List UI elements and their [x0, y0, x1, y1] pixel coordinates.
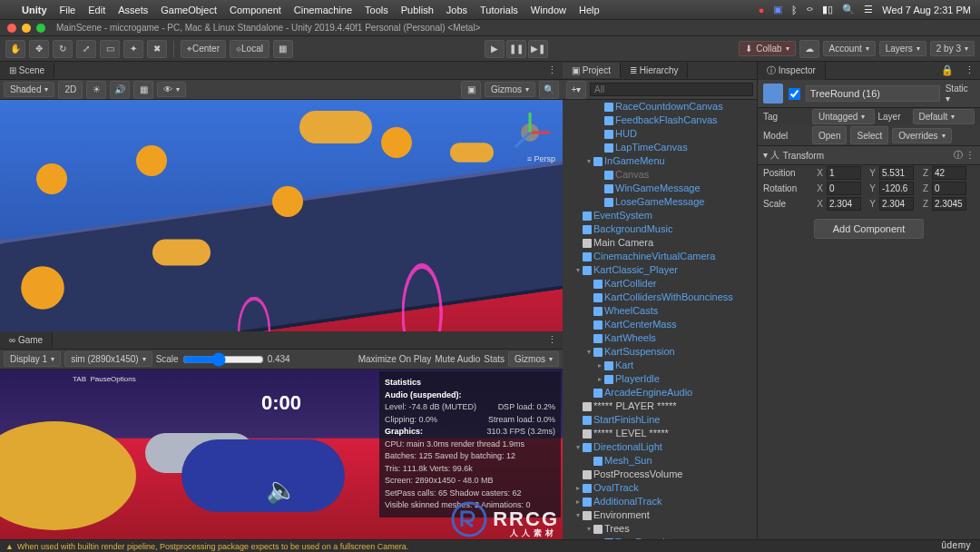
overrides-dropdown[interactable]: Overrides [892, 128, 951, 143]
hierarchy-item[interactable]: LoseGameMessage [563, 195, 757, 209]
model-open-button[interactable]: Open [812, 126, 847, 144]
macos-menu-jobs[interactable]: Jobs [446, 5, 467, 15]
hierarchy-item[interactable]: LapTimeCanvas [563, 141, 757, 154]
status-bar[interactable]: ▲ When used with builtin render pipeline… [0, 539, 980, 552]
hierarchy-item[interactable]: KartCenterMass [563, 318, 757, 331]
scene-projection-label[interactable]: ≡ Persp [527, 154, 555, 163]
gizmos-dropdown[interactable]: Gizmos [485, 82, 535, 97]
rotation-x-input[interactable] [827, 182, 861, 195]
hierarchy-item[interactable]: FeedbackFlashCanvas [563, 113, 757, 127]
macos-menu-window[interactable]: Window [531, 5, 566, 15]
hierarchy-item[interactable]: ▾InGameMenu [563, 154, 757, 168]
hierarchy-item[interactable]: KartWheels [563, 331, 757, 345]
macos-menu-gameobject[interactable]: GameObject [161, 5, 217, 15]
hierarchy-item[interactable]: StartFinishLine [563, 413, 757, 427]
macos-menu-edit[interactable]: Edit [88, 5, 105, 15]
account-dropdown[interactable]: Account [823, 41, 876, 56]
inspector-lock-icon[interactable]: 🔒 [936, 64, 959, 76]
macos-menu-publish[interactable]: Publish [401, 5, 434, 15]
hierarchy-item[interactable]: BackgroundMusic [563, 222, 757, 236]
hierarchy-item[interactable]: ▸AdditionalTrack [563, 495, 757, 508]
hierarchy-item[interactable]: ▾KartClassic_Player [563, 263, 757, 277]
scene-view[interactable]: ≡ Persp [0, 100, 563, 331]
scene-camera-icon[interactable]: ▣ [461, 81, 481, 99]
hierarchy-item[interactable]: ▸PlayerIdle [563, 372, 757, 386]
hierarchy-item[interactable]: ▾DirectionalLight [563, 440, 757, 454]
hierarchy-item[interactable]: RaceCountdownCanvas [563, 100, 757, 113]
clock[interactable]: Wed 7 Aug 2:31 PM [882, 5, 971, 15]
play-button[interactable]: ▶ [485, 40, 505, 58]
lighting-toggle[interactable]: ☀ [86, 81, 106, 99]
rotate-tool-button[interactable]: ↻ [53, 40, 73, 58]
position-x-input[interactable] [827, 166, 861, 180]
position-y-input[interactable] [879, 166, 914, 180]
cloud-button[interactable]: ☁ [799, 40, 819, 58]
hierarchy-item[interactable]: ▸OvalTrack [563, 481, 757, 495]
hierarchy-item[interactable]: CinemachineVirtualCamera [563, 250, 757, 263]
space-toggle[interactable]: ⟐ Local [230, 40, 270, 58]
macos-menu-tutorials[interactable]: Tutorials [480, 5, 518, 15]
game-view[interactable]: 0:00 TAB PauseOptions 🔈 Statistics Audio… [0, 370, 563, 539]
hierarchy-item[interactable]: HUD [563, 127, 757, 141]
macos-menu-component[interactable]: Component [230, 5, 281, 15]
transform-tool-button[interactable]: ✦ [123, 40, 143, 58]
panel-menu-icon[interactable]: ⋮ [959, 64, 980, 76]
layers-dropdown[interactable]: Layers [879, 41, 926, 56]
audio-toggle[interactable]: 🔊 [110, 81, 130, 99]
tag-dropdown[interactable]: Untagged [812, 109, 875, 124]
scene-visibility-dropdown[interactable]: 👁 [157, 82, 186, 97]
hierarchy-create-button[interactable]: +▾ [566, 81, 586, 99]
hierarchy-item[interactable]: ▸Kart [563, 359, 757, 372]
custom-tool-button[interactable]: ✖ [147, 40, 167, 58]
rotation-y-input[interactable] [879, 182, 914, 195]
layer-dropdown[interactable]: Default [913, 109, 975, 124]
maximize-on-play-toggle[interactable]: Maximize On Play [358, 354, 432, 364]
move-tool-button[interactable]: ✥ [29, 40, 49, 58]
hierarchy-item[interactable]: ▾KartSuspension [563, 345, 757, 359]
stats-toggle[interactable]: Stats [484, 354, 505, 364]
wifi-icon[interactable]: ⌔ [807, 5, 813, 15]
game-gizmos-dropdown[interactable]: Gizmos [508, 351, 559, 367]
scale-tool-button[interactable]: ⤢ [76, 40, 96, 58]
traffic-lights[interactable] [7, 24, 45, 33]
scale-x-input[interactable] [827, 197, 861, 211]
model-select-button[interactable]: Select [850, 126, 888, 144]
gameobject-name-input[interactable] [806, 85, 940, 102]
collab-dropdown[interactable]: ⬇ Collab [739, 41, 795, 56]
tab-inspector[interactable]: ⓘ Inspector [758, 62, 826, 80]
scale-slider[interactable] [182, 352, 264, 367]
layout-dropdown[interactable]: 2 by 3 [930, 41, 975, 56]
display-dropdown[interactable]: Display 1 [4, 351, 61, 367]
gameobject-active-checkbox[interactable] [789, 88, 800, 100]
hierarchy-item[interactable]: KartCollider [563, 277, 757, 291]
tab-project[interactable]: ▣ Project [563, 63, 621, 78]
macos-menu-file[interactable]: File [60, 5, 76, 15]
scene-gizmo-icon[interactable] [503, 105, 557, 160]
scale-z-input[interactable] [932, 197, 966, 211]
panel-menu-icon[interactable]: ⋮ [542, 334, 563, 346]
hierarchy-item[interactable]: ▾Environment [563, 508, 757, 522]
record-icon[interactable]: ● [759, 5, 765, 15]
transform-component-header[interactable]: ▾ 人 Transformⓘ ⋮ [758, 145, 980, 165]
scale-y-input[interactable] [879, 197, 914, 211]
add-component-button[interactable]: Add Component [814, 219, 925, 239]
rect-tool-button[interactable]: ▭ [100, 40, 120, 58]
hierarchy-item[interactable]: WheelCasts [563, 304, 757, 318]
minimize-window-icon[interactable] [22, 24, 31, 33]
hierarchy-item[interactable]: Canvas [563, 168, 757, 182]
panel-menu-icon[interactable]: ⋮ [542, 64, 563, 76]
macos-menu-help[interactable]: Help [579, 5, 600, 15]
zoom-window-icon[interactable] [36, 24, 45, 33]
hierarchy-item[interactable]: ▾Trees [563, 522, 757, 536]
search-icon[interactable]: 🔍 [842, 4, 855, 15]
hierarchy-item[interactable]: WinGameMessage [563, 182, 757, 195]
macos-menu-assets[interactable]: Assets [118, 5, 148, 15]
component-menu-icon[interactable]: ⓘ ⋮ [954, 149, 975, 162]
pivot-toggle[interactable]: ⌖ Center [181, 40, 226, 58]
mute-audio-toggle[interactable]: Mute Audio [435, 354, 480, 364]
screenshare-icon[interactable]: ▣ [773, 4, 782, 15]
shading-dropdown[interactable]: Shaded [4, 82, 54, 97]
hand-tool-button[interactable]: ✋ [5, 40, 25, 58]
hierarchy-item[interactable]: ▸TreeRound [563, 536, 757, 539]
hierarchy-item[interactable]: Mesh_Sun [563, 454, 757, 468]
